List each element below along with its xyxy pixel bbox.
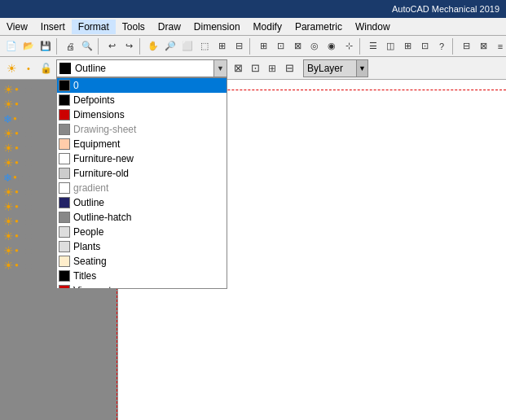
tb-layer-extra2[interactable]: ⊡	[247, 60, 263, 77]
lock-icon-12: □	[20, 247, 24, 256]
dot-icon-13: ●	[15, 262, 19, 269]
dd-label-4: Equipment	[73, 138, 120, 150]
tb-layer-extra3[interactable]: ⊞	[264, 60, 280, 77]
menu-modify[interactable]: Modify	[247, 20, 288, 34]
layer-dropdown-list[interactable]: 0DefpointsDimensionsDrawing-sheetEquipme…	[56, 77, 227, 289]
dot-icon-8: ●	[15, 189, 19, 195]
icon-row-11: ☀ ● □ □ □	[3, 230, 36, 243]
lock-icon-2: □	[20, 100, 24, 109]
bylayer-label: ByLayer	[304, 63, 356, 74]
dropdown-item-seating[interactable]: Seating	[57, 254, 227, 269]
layer-dropdown-wrapper[interactable]: Outline ▼ 0DefpointsDimensionsDrawing-sh…	[56, 59, 227, 77]
tb-help-btn[interactable]: ?	[433, 38, 450, 55]
sun-icon-10: ☀	[3, 216, 14, 227]
box-icon-10: □	[25, 217, 30, 226]
layer-lock-btn[interactable]: 🔓	[37, 60, 54, 77]
box-icon-9: □	[25, 203, 30, 212]
box-icon-12b: □	[31, 247, 36, 256]
tb-ws3-btn[interactable]: ≡	[492, 38, 506, 55]
dot-icon-7: ●	[13, 174, 17, 181]
dd-label-6: Furniture-old	[73, 168, 129, 179]
tb-zoom-btn[interactable]: 🔎	[162, 38, 178, 55]
menu-parametric[interactable]: Parametric	[288, 20, 349, 34]
dropdown-item-titles[interactable]: Titles	[57, 269, 227, 283]
box-icon-8b: □	[31, 188, 36, 197]
layer-dropdown-trigger[interactable]: Outline ▼	[56, 59, 227, 77]
tb-polar-btn[interactable]: ◎	[306, 38, 323, 55]
dropdown-item-gradient[interactable]: gradient	[57, 181, 227, 195]
dd-color-9	[59, 212, 70, 223]
tb-ws1-btn[interactable]: ⊟	[458, 38, 474, 55]
box-icon-3b: □	[29, 115, 34, 124]
tb-pan-btn[interactable]: ✋	[145, 38, 161, 55]
layer-mgr-btn[interactable]: ☀	[3, 60, 20, 77]
tb-zoom-w-btn[interactable]: ⬜	[179, 38, 196, 55]
tb-ws2-btn[interactable]: ⊠	[475, 38, 491, 55]
tb-ortho-btn[interactable]: ⊠	[289, 38, 306, 55]
dropdown-item-0[interactable]: 0	[57, 78, 227, 93]
icon-row-7: ❄ ● □ □ □	[3, 171, 36, 184]
tb-zoom4-btn[interactable]: ⊟	[231, 38, 247, 55]
dropdown-item-defpoints[interactable]: Defpoints	[57, 93, 227, 107]
dropdown-item-drawing-sheet[interactable]: Drawing-sheet	[57, 122, 227, 137]
dd-color-6	[59, 168, 70, 179]
tb-save-btn[interactable]: 💾	[37, 38, 54, 55]
box-icon-5b: □	[31, 144, 36, 153]
dropdown-item-plants[interactable]: Plants	[57, 239, 227, 254]
menu-draw[interactable]: Draw	[152, 20, 187, 34]
dropdown-item-furniture-new[interactable]: Furniture-new	[57, 151, 227, 166]
lock-icon-4: □	[20, 129, 24, 138]
dd-color-7	[59, 182, 70, 194]
sun-icon-4: ☀	[3, 128, 14, 139]
tb-zoom-p-btn[interactable]: ⬚	[196, 38, 213, 55]
layer-dropdown-arrow[interactable]: ▼	[213, 60, 227, 77]
tb-open-btn[interactable]: 📂	[20, 38, 37, 55]
bylayer-arrow[interactable]: ▼	[356, 60, 367, 77]
menu-format[interactable]: Format	[72, 20, 116, 34]
dropdown-item-furniture-old[interactable]: Furniture-old	[57, 166, 227, 181]
layer-props-btn[interactable]: •	[20, 60, 37, 77]
menu-window[interactable]: Window	[349, 20, 397, 34]
toolbar-row2: ☀ • 🔓 Outline ▼ 0DefpointsDimensionsDraw…	[0, 57, 506, 80]
menu-tools[interactable]: Tools	[116, 20, 152, 34]
tb-grid-btn[interactable]: ⊞	[255, 38, 271, 55]
dropdown-item-viewports[interactable]: Viewports	[57, 283, 227, 289]
tb-layer-extra4[interactable]: ⊟	[281, 60, 297, 77]
tb-zoom3-btn[interactable]: ⊞	[213, 38, 230, 55]
dot-icon-9: ●	[15, 203, 19, 210]
box-icon-3: □	[24, 115, 29, 124]
box-icon-6: □	[25, 159, 30, 168]
tb-dyn-btn[interactable]: ⊹	[341, 38, 357, 55]
menu-dimension[interactable]: Dimension	[187, 20, 247, 34]
tb-new-btn[interactable]: 📄	[3, 38, 20, 55]
tb-snap-btn[interactable]: ⊡	[272, 38, 288, 55]
menu-insert[interactable]: Insert	[34, 20, 72, 34]
tb-redo-btn[interactable]: ↪	[121, 38, 137, 55]
menu-bar: View Insert Format Tools Draw Dimension …	[0, 18, 506, 36]
icon-row-9: ☀ ● □ □ □	[3, 200, 36, 213]
tb-ext-btn[interactable]: ⊡	[416, 38, 433, 55]
bylayer-dropdown[interactable]: ByLayer ▼	[303, 59, 368, 77]
dropdown-item-outline[interactable]: Outline	[57, 195, 227, 210]
box-icon-2: □	[25, 100, 30, 109]
tb-prop-btn[interactable]: ☰	[365, 38, 381, 55]
dd-label-13: Titles	[73, 270, 96, 282]
tb-mm-btn[interactable]: ◫	[382, 38, 398, 55]
dd-label-12: Seating	[73, 256, 107, 267]
tb-osnap-btn[interactable]: ◉	[323, 38, 340, 55]
box-icon-13b: □	[31, 261, 36, 270]
tb-undo-btn[interactable]: ↩	[103, 38, 120, 55]
dropdown-item-people[interactable]: People	[57, 225, 227, 239]
sun-icon-13: ☀	[3, 260, 14, 271]
title-text: AutoCAD Mechanical 2019	[392, 4, 499, 14]
icon-row-6: ☀ ● □ □ □	[3, 156, 36, 169]
tb-layer-extra1[interactable]: ⊠	[230, 60, 246, 77]
sun-icon-12: ☀	[3, 245, 14, 256]
dropdown-item-equipment[interactable]: Equipment	[57, 137, 227, 151]
dropdown-item-outline-hatch[interactable]: Outline-hatch	[57, 210, 227, 225]
tb-preview-btn[interactable]: 🔍	[79, 38, 95, 55]
tb-cs-btn[interactable]: ⊞	[399, 38, 416, 55]
tb-print-btn[interactable]: 🖨	[62, 38, 78, 55]
menu-view[interactable]: View	[0, 20, 34, 34]
dropdown-item-dimensions[interactable]: Dimensions	[57, 107, 227, 122]
